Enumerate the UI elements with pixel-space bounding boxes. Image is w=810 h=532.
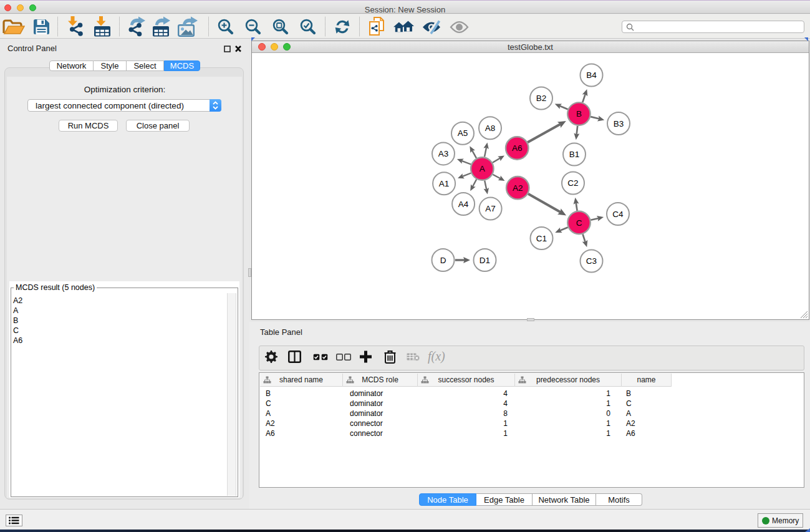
- svg-text:A1: A1: [439, 179, 450, 188]
- svg-text:A5: A5: [458, 128, 468, 138]
- svg-text:B1: B1: [569, 150, 580, 159]
- svg-text:D: D: [440, 256, 446, 265]
- svg-text:A: A: [480, 164, 485, 173]
- svg-text:A8: A8: [485, 123, 496, 133]
- svg-text:B2: B2: [536, 94, 547, 103]
- svg-text:C4: C4: [612, 210, 624, 219]
- svg-text:C2: C2: [567, 178, 578, 188]
- svg-text:D1: D1: [480, 256, 490, 265]
- svg-text:C: C: [576, 218, 582, 228]
- svg-text:A3: A3: [438, 149, 449, 158]
- svg-text:A2: A2: [513, 183, 523, 193]
- svg-text:B4: B4: [586, 70, 597, 80]
- svg-text:B3: B3: [614, 119, 624, 128]
- svg-text:A4: A4: [458, 200, 469, 209]
- svg-text:A7: A7: [485, 204, 496, 213]
- svg-text:B: B: [576, 109, 582, 118]
- svg-text:A6: A6: [512, 143, 523, 153]
- svg-text:C1: C1: [536, 234, 547, 243]
- svg-text:C3: C3: [586, 256, 597, 266]
